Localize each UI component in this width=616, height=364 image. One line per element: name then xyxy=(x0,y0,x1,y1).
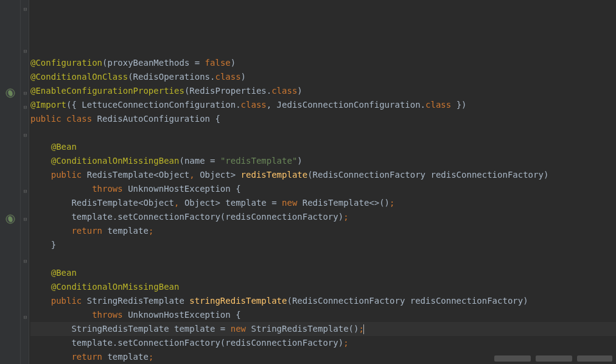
code-token: class xyxy=(215,72,240,82)
code-line[interactable]: public RedisTemplate<Object, Object> red… xyxy=(30,168,616,182)
code-token: ) xyxy=(231,58,236,68)
code-token: @EnableConfigurationProperties xyxy=(30,86,184,96)
code-line[interactable]: return template; xyxy=(30,224,616,238)
code-token: class xyxy=(271,86,297,96)
code-token: { xyxy=(236,184,240,194)
code-token: @ConditionalOnMissingBean xyxy=(30,282,179,292)
code-line[interactable]: throws UnknownHostException { xyxy=(30,308,616,322)
code-token: RedisTemplate<Object xyxy=(87,170,190,180)
code-line[interactable]: template.setConnectionFactory(redisConne… xyxy=(30,336,616,350)
code-token: StringRedisTemplate xyxy=(87,296,190,306)
code-token: ; xyxy=(343,338,348,348)
code-line[interactable]: @ConditionalOnMissingBean(name = "redisT… xyxy=(30,154,616,168)
code-line[interactable] xyxy=(30,252,616,266)
code-token: , xyxy=(174,198,184,208)
code-token: false xyxy=(205,58,231,68)
bean-icon[interactable] xyxy=(5,214,16,225)
code-token: StringRedisTemplate() xyxy=(251,324,359,334)
code-line[interactable]: @Bean xyxy=(30,266,616,280)
code-token: @ConditionalOnMissingBean xyxy=(30,156,179,166)
code-token: ; xyxy=(343,212,348,222)
code-token: template.setConnectionFactory(redisConne… xyxy=(30,212,343,222)
code-token: UnknownHostException xyxy=(128,184,236,194)
code-token: (RedisProperties. xyxy=(184,86,271,96)
code-token: { xyxy=(215,114,220,124)
code-token: class xyxy=(241,100,267,110)
code-token: ) xyxy=(241,72,246,82)
code-token: return xyxy=(30,352,107,362)
code-token: = xyxy=(195,58,205,68)
code-token: }) xyxy=(451,100,466,110)
code-token: class xyxy=(425,100,451,110)
code-token: ( xyxy=(179,156,184,166)
code-token: @Import xyxy=(30,100,66,110)
code-token: , xyxy=(189,170,200,180)
code-line[interactable]: @EnableConfigurationProperties(RedisProp… xyxy=(30,84,616,98)
code-line[interactable]: RedisTemplate<Object, Object> template =… xyxy=(30,196,616,210)
scrollbar-thumb[interactable] xyxy=(536,355,572,362)
code-token: ) xyxy=(297,86,302,96)
code-token: RedisTemplate<Object xyxy=(30,198,174,208)
code-token: name xyxy=(184,156,210,166)
gutter-icons xyxy=(0,0,21,364)
scrollbar-thumb[interactable] xyxy=(494,355,531,362)
code-token: throws xyxy=(30,184,128,194)
fold-toggle-icon[interactable]: ⊟ xyxy=(23,7,28,12)
code-token: (RedisOperations. xyxy=(128,72,215,82)
code-token: @ConditionalOnClass xyxy=(30,72,128,82)
code-line[interactable]: @ConditionalOnMissingBean xyxy=(30,280,616,294)
code-token: StringRedisTemplate template = xyxy=(30,324,231,334)
bean-icon[interactable] xyxy=(5,88,16,99)
code-line[interactable]: public StringRedisTemplate stringRedisTe… xyxy=(30,294,616,308)
code-token: ; xyxy=(149,352,153,362)
code-token: @Bean xyxy=(30,142,77,152)
code-token: ; xyxy=(390,198,394,208)
code-token: public xyxy=(30,296,87,306)
code-token: JedisConnectionConfiguration. xyxy=(277,100,425,110)
code-token: ; xyxy=(149,226,153,236)
text-caret xyxy=(363,324,364,334)
code-line[interactable]: @Configuration(proxyBeanMethods = false) xyxy=(30,56,616,70)
fold-gutter[interactable]: ⊟⊟⊟⊟⊟⊟⊟⊟⊟ xyxy=(21,0,29,364)
code-token: } xyxy=(30,240,56,250)
fold-toggle-icon[interactable]: ⊟ xyxy=(23,105,28,110)
code-token: template xyxy=(107,226,148,236)
code-token: UnknownHostException xyxy=(128,310,236,320)
code-line[interactable]: public class RedisAutoConfiguration { xyxy=(30,112,616,126)
code-token: template xyxy=(107,352,148,362)
code-token: throws xyxy=(30,310,128,320)
fold-toggle-icon[interactable]: ⊟ xyxy=(23,315,28,320)
code-token: new xyxy=(282,198,303,208)
code-token: (RedisConnectionFactory redisConnectionF… xyxy=(307,170,548,180)
code-line[interactable] xyxy=(30,126,616,140)
fold-toggle-icon[interactable]: ⊟ xyxy=(23,189,28,194)
fold-toggle-icon[interactable]: ⊟ xyxy=(23,217,28,222)
code-token: = xyxy=(210,156,220,166)
fold-toggle-icon[interactable]: ⊟ xyxy=(23,91,28,96)
code-token: RedisAutoConfiguration xyxy=(97,114,215,124)
code-token: template.setConnectionFactory(redisConne… xyxy=(30,338,343,348)
code-token: redisTemplate xyxy=(241,170,308,180)
code-line[interactable]: } xyxy=(30,238,616,252)
code-line[interactable]: StringRedisTemplate template = new Strin… xyxy=(30,322,616,336)
code-token: ) xyxy=(297,156,302,166)
code-editor[interactable]: @Configuration(proxyBeanMethods = false)… xyxy=(29,0,616,364)
scrollbar-thumb[interactable] xyxy=(577,355,612,362)
code-token: Object> xyxy=(200,170,240,180)
code-token: (RedisConnectionFactory redisConnectionF… xyxy=(287,296,528,306)
code-token: @Configuration xyxy=(30,58,102,68)
code-token: proxyBeanMethods xyxy=(107,58,194,68)
code-token: public class xyxy=(30,114,97,124)
code-token: ({ LettuceConnectionConfiguration. xyxy=(66,100,241,110)
fold-toggle-icon[interactable]: ⊟ xyxy=(23,259,28,264)
code-token: , xyxy=(267,100,277,110)
code-token: @Bean xyxy=(30,268,77,278)
fold-toggle-icon[interactable]: ⊟ xyxy=(23,49,28,54)
code-token: return xyxy=(30,226,107,236)
fold-toggle-icon[interactable]: ⊟ xyxy=(23,133,28,138)
code-line[interactable]: template.setConnectionFactory(redisConne… xyxy=(30,210,616,224)
code-line[interactable]: @Import({ LettuceConnectionConfiguration… xyxy=(30,98,616,112)
code-line[interactable]: @ConditionalOnClass(RedisOperations.clas… xyxy=(30,70,616,84)
code-line[interactable]: throws UnknownHostException { xyxy=(30,182,616,196)
code-line[interactable]: @Bean xyxy=(30,140,616,154)
